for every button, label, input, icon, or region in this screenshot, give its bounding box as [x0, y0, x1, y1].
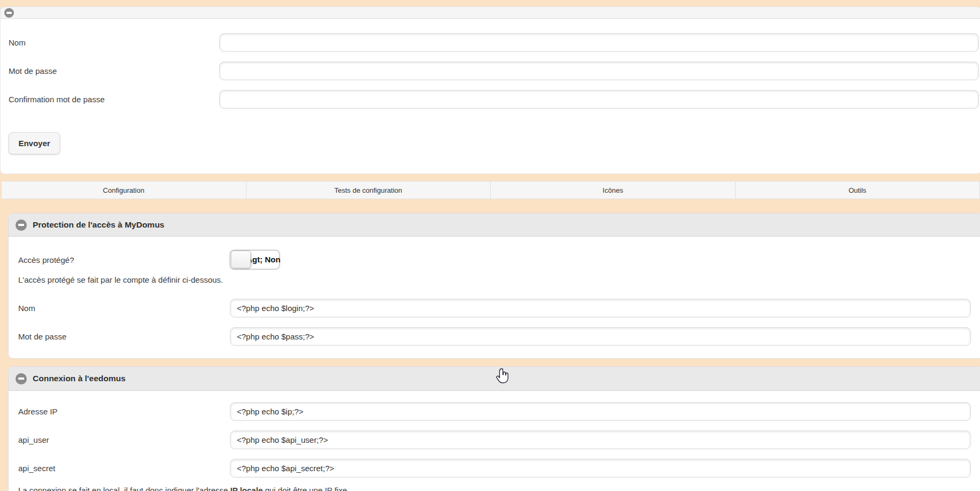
connexion-note-pre: La connexion se fait en local, il faut d… [18, 486, 230, 491]
connexion-note-bold: IP locale [230, 486, 263, 491]
form-row-confirmation: Confirmation mot de passe [1, 85, 980, 114]
login-input[interactable] [230, 299, 971, 318]
tab-tests-de-configuration[interactable]: Tests de configuration [246, 182, 491, 199]
section-protection-header[interactable]: Protection de l'accès à MyDomus [9, 214, 980, 237]
api-secret-label: api_secret [18, 464, 230, 473]
confirmation-input[interactable] [219, 90, 979, 109]
top-collapsible: Nom Mot de passe Confirmation mot de pas… [0, 6, 980, 174]
tab-bar: Configuration Tests de configuration Icô… [1, 181, 980, 199]
toggle-value-label: &gt; Non [246, 251, 280, 268]
toggle-handle[interactable] [231, 251, 251, 268]
collapse-minus-icon[interactable] [4, 8, 14, 18]
connexion-row-ip: Adresse IP [18, 397, 973, 426]
tab-outils[interactable]: Outils [735, 182, 980, 199]
nom-label: Nom [9, 38, 219, 47]
confirmation-label: Confirmation mot de passe [9, 95, 219, 104]
section-connexion-title: Connexion à l'eedomus [33, 374, 125, 383]
section-connexion-content: Adresse IP api_user api_secret La connex… [9, 397, 980, 491]
nom-input[interactable] [219, 33, 979, 52]
api-user-input[interactable] [230, 430, 971, 449]
connexion-row-api-user: api_user [18, 426, 973, 454]
adresse-ip-input[interactable] [230, 402, 971, 421]
top-form: Nom Mot de passe Confirmation mot de pas… [0, 19, 980, 174]
tab-configuration[interactable]: Configuration [2, 182, 246, 199]
section-connexion: Connexion à l'eedomus Adresse IP api_use… [8, 366, 980, 491]
nom-label: Nom [18, 304, 230, 313]
section-protection-content: Accès protégé? &gt; Non L'accès protégé … [9, 250, 980, 351]
protection-row-nom: Nom [18, 294, 973, 322]
api-user-label: api_user [18, 435, 230, 444]
tab-icones[interactable]: Icônes [490, 182, 735, 199]
acces-protege-toggle[interactable]: &gt; Non [230, 250, 280, 269]
section-protection-title: Protection de l'accès à MyDomus [33, 220, 164, 230]
section-connexion-header[interactable]: Connexion à l'eedomus [9, 367, 980, 391]
adresse-ip-label: Adresse IP [18, 407, 230, 416]
mot-de-passe-label: Mot de passe [9, 66, 219, 75]
connexion-note: La connexion se fait en local, il faut d… [18, 486, 973, 491]
acces-protege-label: Accès protégé? [18, 255, 230, 265]
collapse-minus-icon[interactable] [16, 220, 27, 231]
acces-protege-note: L'accès protégé se fait par le compte à … [18, 275, 973, 284]
section-protection: Protection de l'accès à MyDomus Accès pr… [8, 213, 980, 359]
envoyer-button[interactable]: Envoyer [9, 132, 60, 154]
top-collapsible-header[interactable] [0, 6, 980, 19]
form-row-nom: Nom [1, 28, 980, 57]
acces-protege-row: Accès protégé? &gt; Non [18, 250, 973, 270]
mot-de-passe-input[interactable] [219, 62, 979, 80]
form-row-mot-de-passe: Mot de passe [1, 57, 980, 85]
mot-de-passe-label: Mot de passe [18, 332, 230, 341]
protection-row-pass: Mot de passe [18, 322, 973, 351]
connexion-note-post: qui doit être une IP fixe. [263, 486, 349, 491]
collapse-minus-icon[interactable] [16, 373, 27, 384]
connexion-row-api-secret: api_secret [18, 454, 973, 482]
pass-input[interactable] [230, 327, 971, 346]
api-secret-input[interactable] [230, 459, 971, 478]
